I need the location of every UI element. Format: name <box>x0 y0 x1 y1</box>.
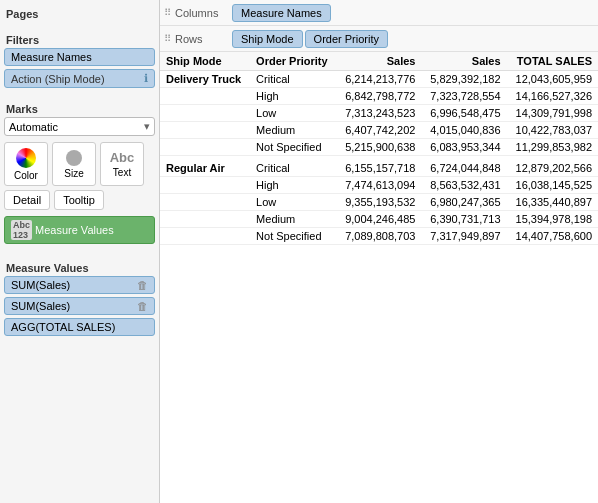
text-label: Text <box>113 167 131 178</box>
table-row: Not Specified5,215,900,6386,083,953,3441… <box>160 139 598 156</box>
cell-sales-1: 6,407,742,202 <box>336 122 421 139</box>
cell-ship-mode <box>160 193 250 210</box>
cell-order-priority: Critical <box>250 160 336 177</box>
tooltip-button[interactable]: Tooltip <box>54 190 104 210</box>
cell-sales-1: 9,355,193,532 <box>336 193 421 210</box>
cell-sales-2: 6,724,044,848 <box>421 160 506 177</box>
cell-sales-2: 6,083,953,344 <box>421 139 506 156</box>
rows-ship-mode-pill[interactable]: Ship Mode <box>232 30 303 48</box>
cell-sales-1: 7,474,613,094 <box>336 176 421 193</box>
cell-order-priority: Critical <box>250 71 336 88</box>
table-row: Not Specified7,089,808,7037,317,949,8971… <box>160 227 598 244</box>
cell-sales-2: 6,996,548,475 <box>421 105 506 122</box>
left-panel: Pages Filters Measure Names Action (Ship… <box>0 0 160 503</box>
grip-icon: ⠿ <box>164 7 171 18</box>
info-icon: ℹ <box>144 72 148 85</box>
header-total-sales: TOTAL SALES <box>507 52 598 71</box>
cell-ship-mode <box>160 176 250 193</box>
color-label: Color <box>14 170 38 181</box>
trash-icon-0[interactable]: 🗑 <box>137 279 148 291</box>
rows-order-priority-label: Order Priority <box>314 33 379 45</box>
size-button[interactable]: Size <box>52 142 96 186</box>
cell-sales-1: 9,004,246,485 <box>336 210 421 227</box>
table-row: Medium9,004,246,4856,390,731,71315,394,9… <box>160 210 598 227</box>
cell-sales-1: 5,215,900,638 <box>336 139 421 156</box>
mv-pill-1[interactable]: SUM(Sales) 🗑 <box>4 297 155 315</box>
filters-title: Filters <box>4 30 155 48</box>
rows-shelf: ⠿ Rows Ship Mode Order Priority <box>160 26 598 52</box>
mv-pill-2[interactable]: AGG(TOTAL SALES) <box>4 318 155 336</box>
rows-label: ⠿ Rows <box>164 33 232 45</box>
measure-values-section: Measure Values SUM(Sales) 🗑 SUM(Sales) 🗑… <box>4 258 155 339</box>
cell-ship-mode <box>160 105 250 122</box>
marks-section: Marks Automatic ▾ Color Size Abc Text De… <box>4 99 155 250</box>
color-button[interactable]: Color <box>4 142 48 186</box>
marks-type-dropdown[interactable]: Automatic ▾ <box>4 117 155 136</box>
marks-buttons2-row: Detail Tooltip <box>4 190 155 210</box>
cell-total-sales: 10,422,783,037 <box>507 122 598 139</box>
cell-total-sales: 14,309,791,998 <box>507 105 598 122</box>
cell-sales-1: 7,089,808,703 <box>336 227 421 244</box>
cell-order-priority: Not Specified <box>250 139 336 156</box>
mv-pill-2-label: AGG(TOTAL SALES) <box>11 321 115 333</box>
cell-ship-mode: Regular Air <box>160 160 250 177</box>
cell-total-sales: 11,299,853,982 <box>507 139 598 156</box>
abc-icon: Abc123 <box>11 220 32 240</box>
columns-measure-names-pill[interactable]: Measure Names <box>232 4 331 22</box>
pages-section: Pages <box>4 4 155 22</box>
filter-action-ship-mode[interactable]: Action (Ship Mode) ℹ <box>4 69 155 88</box>
table-row: High7,474,613,0948,563,532,43116,038,145… <box>160 176 598 193</box>
data-area: Ship Mode Order Priority Sales Sales TOT… <box>160 52 598 503</box>
measure-values-pill[interactable]: Abc123 Measure Values <box>4 216 155 244</box>
cell-sales-1: 6,155,157,718 <box>336 160 421 177</box>
cell-total-sales: 16,038,145,525 <box>507 176 598 193</box>
cell-sales-2: 7,317,949,897 <box>421 227 506 244</box>
filters-section: Filters Measure Names Action (Ship Mode)… <box>4 30 155 91</box>
mv-pill-1-label: SUM(Sales) <box>11 300 70 312</box>
right-panel: ⠿ Columns Measure Names ⠿ Rows Ship Mode… <box>160 0 598 503</box>
cell-sales-1: 7,313,243,523 <box>336 105 421 122</box>
header-order-priority: Order Priority <box>250 52 336 71</box>
data-table: Ship Mode Order Priority Sales Sales TOT… <box>160 52 598 245</box>
cell-sales-2: 6,980,247,365 <box>421 193 506 210</box>
cell-total-sales: 12,879,202,566 <box>507 160 598 177</box>
cell-order-priority: High <box>250 88 336 105</box>
cell-sales-2: 5,829,392,182 <box>421 71 506 88</box>
size-label: Size <box>64 168 83 179</box>
cell-ship-mode <box>160 227 250 244</box>
mv-pill-0[interactable]: SUM(Sales) 🗑 <box>4 276 155 294</box>
cell-sales-2: 8,563,532,431 <box>421 176 506 193</box>
columns-label: ⠿ Columns <box>164 7 232 19</box>
cell-sales-2: 4,015,040,836 <box>421 122 506 139</box>
cell-order-priority: Low <box>250 193 336 210</box>
table-row: Low7,313,243,5236,996,548,47514,309,791,… <box>160 105 598 122</box>
cell-total-sales: 16,335,440,897 <box>507 193 598 210</box>
tooltip-label: Tooltip <box>63 194 95 206</box>
rows-order-priority-pill[interactable]: Order Priority <box>305 30 388 48</box>
cell-ship-mode <box>160 88 250 105</box>
cell-total-sales: 14,166,527,326 <box>507 88 598 105</box>
cell-sales-1: 6,842,798,772 <box>336 88 421 105</box>
cell-sales-2: 7,323,728,554 <box>421 88 506 105</box>
marks-title: Marks <box>4 99 155 117</box>
abc-text-icon: Abc <box>110 150 135 165</box>
trash-icon-1[interactable]: 🗑 <box>137 300 148 312</box>
detail-label: Detail <box>13 194 41 206</box>
columns-measure-names-label: Measure Names <box>241 7 322 19</box>
cell-order-priority: Medium <box>250 122 336 139</box>
grip-icon-rows: ⠿ <box>164 33 171 44</box>
detail-button[interactable]: Detail <box>4 190 50 210</box>
filter-measure-names[interactable]: Measure Names <box>4 48 155 66</box>
table-row: Delivery TruckCritical6,214,213,7765,829… <box>160 71 598 88</box>
rows-ship-mode-label: Ship Mode <box>241 33 294 45</box>
filter-action-label: Action (Ship Mode) <box>11 73 105 85</box>
cell-order-priority: Low <box>250 105 336 122</box>
size-icon <box>66 150 82 166</box>
cell-ship-mode <box>160 139 250 156</box>
cell-ship-mode <box>160 210 250 227</box>
cell-total-sales: 12,043,605,959 <box>507 71 598 88</box>
text-button[interactable]: Abc Text <box>100 142 144 186</box>
mv-pill-0-label: SUM(Sales) <box>11 279 70 291</box>
cell-sales-1: 6,214,213,776 <box>336 71 421 88</box>
filter-measure-names-label: Measure Names <box>11 51 92 63</box>
